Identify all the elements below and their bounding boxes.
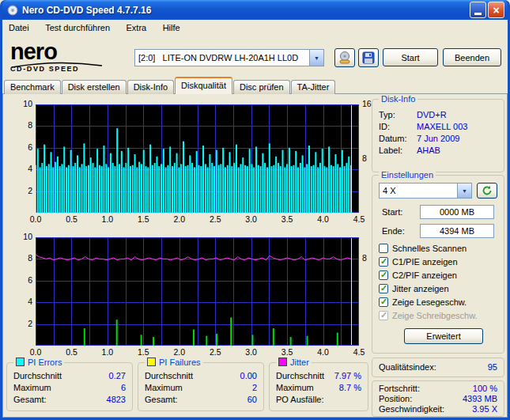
close-button[interactable]: × [488,2,504,18]
stat-row: Durchschnitt0.00 [145,370,257,382]
start-position-field[interactable]: 0000 MB [420,205,494,219]
progress-value: 100 % [473,384,497,394]
app-icon [7,5,18,16]
speed-select[interactable]: 4 X ▼ [379,183,472,199]
stat-row: PO Ausfälle: [276,394,361,406]
start-test-button[interactable]: Start [383,48,438,66]
disk-info-value: MAXELL 003 [417,121,497,133]
disk-info-row: Typ:DVD+R [379,109,497,121]
checkbox-c1-pie-anzeigen[interactable]: C1/PIE anzeigen [379,256,458,267]
checkbox-jitter-anzeigen[interactable]: Jitter anzeigen [379,283,449,294]
checkbox-c2-pif-anzeigen[interactable]: C2/PIF anzeigen [379,270,457,281]
disk-info-panel: Disk-Info Typ:DVD+R ID:MAXELL 003 Datum:… [372,99,504,172]
progress-label: Fortschritt: [379,384,420,394]
disk-info-row: Datum:7 Jun 2009 [379,133,497,145]
stat-label: Gesamt: [13,394,47,406]
axis-tick-label: 3.0 [240,214,263,224]
tab-diskqualitaet[interactable]: Diskqualität [175,77,232,94]
stat-value: 2 [252,382,257,394]
axis-tick-label: 4.0 [312,214,335,224]
checkbox-label: Schnelles Scannen [392,244,467,253]
checkbox-zeige-schreibgeschw: Zeige Schreibgeschw. [379,310,478,321]
axis-tick-label: 3.5 [275,347,299,357]
advanced-button[interactable]: Erweitert [404,328,483,344]
tab-disk-erstellen[interactable]: Disk erstellen [62,80,127,94]
tab-disk-info[interactable]: Disk-Info [127,80,174,94]
quality-index-panel: Qualitätsindex: 95 [372,358,504,377]
chevron-down-icon[interactable]: ▼ [457,184,471,198]
stat-label: Maximum [13,382,51,394]
axis-tick-label: 8 [13,120,32,130]
checkbox-icon [379,244,388,253]
stat-label: Gesamt: [145,394,178,406]
save-button[interactable] [358,48,379,67]
checkbox-icon [379,297,388,307]
jitter-pif-chart: 10864280.00.51.01.52.02.53.03.54.04.5 [36,237,359,346]
stat-row: Gesamt:60 [145,394,257,406]
tab-benchmark[interactable]: Benchmark [4,80,61,94]
end-position-field[interactable]: 4394 MB [420,224,494,238]
minimize-button[interactable] [470,2,486,18]
start-label: Start: [382,207,402,217]
end-label: Ende: [382,226,405,236]
axis-tick-label: 0.5 [59,214,83,224]
drive-select[interactable]: [2:0] LITE-ON DVDRW LH-20A1H LL0D ▼ [134,49,324,66]
axis-tick-label: 6 [13,275,32,285]
eject-disc-icon [338,51,352,64]
menu-item-hilfe[interactable]: Hilfe [157,20,187,36]
axis-tick-label: 4 [13,297,32,306]
pi-failures-legend-icon [147,358,156,366]
axis-tick-label: 16 [362,99,372,108]
menu-item-test-durchfuehren[interactable]: Test durchführen [39,20,116,36]
stat-label: Maximum [145,382,183,394]
disk-info-title: Disk-Info [379,94,417,104]
save-icon [362,51,375,64]
progress-row: Fortschritt:100 % [379,384,497,394]
nero-logo-text: nero [10,40,133,62]
position-label: Position: [379,394,412,404]
tab-ta-jitter[interactable]: TA-Jitter [291,80,336,94]
axis-tick-label: 4.0 [312,347,335,357]
checkbox-schnelles-scannen[interactable]: Schnelles Scannen [379,243,467,254]
axis-tick-label: 8 [13,253,32,263]
stat-label: Maximum [276,382,314,394]
axis-tick-label: 6 [13,142,32,152]
checkbox-zeige-lesegeschw[interactable]: Zeige Lesegeschw. [379,297,467,308]
stat-value: 60 [247,394,257,406]
menu-item-datei[interactable]: Datei [2,20,36,36]
stat-label: Durchschnitt [13,370,62,382]
settings-panel: Einstellungen 4 X ▼ Start: 0000 MB Ende:… [372,175,504,354]
checkbox-label: C1/PIE anzeigen [392,257,458,267]
checkbox-label: Zeige Schreibgeschw. [392,311,478,320]
drive-select-value: [2:0] LITE-ON DVDRW LH-20A1H LL0D [135,50,309,66]
stat-row: Maximum2 [145,382,257,394]
chevron-down-icon[interactable]: ▼ [309,50,323,66]
axis-tick-label: 2.5 [203,214,227,224]
axis-tick-label: 10 [13,99,32,108]
eject-button[interactable] [334,48,355,67]
progress-panel: Fortschritt:100 % Position:4393 MB Gesch… [372,380,504,417]
position-value: 4393 MB [463,394,497,404]
disk-info-row: Label:AHAB [379,145,497,157]
checkbox-icon [379,311,388,320]
pi-failures-title: PI Failures [159,358,201,367]
tab-disc-pruefen[interactable]: Disc prüfen [233,80,290,94]
quit-button[interactable]: Beenden [443,48,501,66]
axis-tick-label: 2.5 [203,347,227,357]
speed-label: Geschwindigkeit: [379,404,444,414]
axis-tick-label: 4.5 [347,214,371,224]
menu-item-extra[interactable]: Extra [120,20,153,36]
axis-tick-label: 10 [13,232,32,241]
refresh-icon [482,185,493,196]
close-icon: × [493,5,499,16]
quality-index-label: Qualitätsindex: [379,361,436,373]
disk-info-label: Typ: [379,109,417,121]
pi-errors-title: PI Errors [28,358,62,367]
disk-info-label: ID: [379,121,417,133]
axis-tick-label: 2.0 [168,214,191,224]
stat-value: 0.27 [109,370,126,382]
stat-row: Maximum8.7 % [276,382,361,394]
refresh-drive-button[interactable] [477,183,497,199]
axis-tick-label: 0.0 [24,347,47,357]
window-client-area: Datei Test durchführen Extra Hilfe nero … [2,20,508,418]
